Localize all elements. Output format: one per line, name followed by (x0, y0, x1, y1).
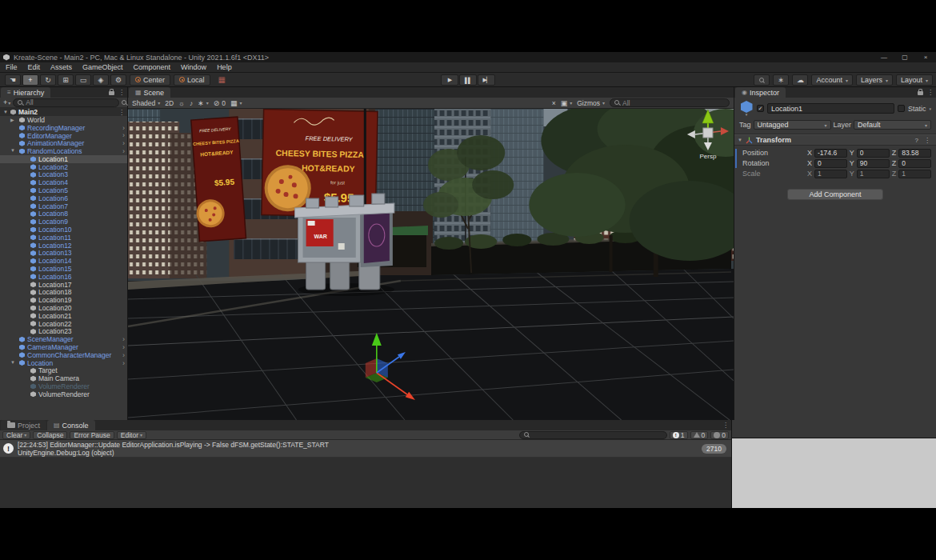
hierarchy-item[interactable]: Location21 (0, 312, 127, 320)
gameobject-name-field[interactable] (767, 103, 894, 114)
warning-filter-button[interactable]: 0 (690, 431, 709, 439)
shading-mode-dropdown[interactable]: Shaded ▾ (132, 99, 160, 107)
position-y-field[interactable] (857, 149, 890, 158)
hierarchy-search-input[interactable] (26, 98, 114, 106)
hierarchy-item[interactable]: Location11 (0, 234, 127, 242)
grid-snap-icon[interactable]: ▦ (218, 75, 226, 84)
rotate-tool-button[interactable]: ↻ (40, 74, 56, 86)
search-filter-icon[interactable] (122, 100, 127, 106)
clear-button[interactable]: Clear ▾ (2, 431, 30, 439)
expand-arrow[interactable]: ▶ (10, 117, 14, 122)
rect-tool-button[interactable]: ▭ (75, 74, 91, 86)
tab-inspector[interactable]: ◉ Inspector (735, 87, 786, 98)
pivot-toggle-button[interactable]: Center (130, 74, 170, 86)
collab-button[interactable]: ∗ (773, 74, 789, 86)
scale-tool-button[interactable]: ⊞ (58, 74, 74, 86)
hierarchy-item[interactable]: CameraManager › (0, 343, 127, 351)
error-pause-button[interactable]: Error Pause (70, 431, 114, 439)
scene-search-input[interactable] (622, 99, 725, 107)
lock-icon[interactable] (918, 91, 923, 95)
hierarchy-item[interactable]: VolumeRenderer (0, 382, 127, 390)
perspective-label[interactable]: Persp (699, 153, 716, 160)
menu-edit[interactable]: Edit (28, 63, 41, 71)
static-checkbox[interactable] (898, 105, 905, 112)
gizmos-dropdown[interactable]: Gizmos ▾ (577, 99, 605, 107)
tag-dropdown[interactable]: Untagged ▾ (754, 120, 831, 130)
minimize-button[interactable]: — (874, 52, 894, 62)
hierarchy-item[interactable]: Location17 (0, 281, 127, 289)
2d-toggle[interactable]: 2D (165, 99, 174, 107)
console-search[interactable] (519, 431, 667, 439)
hierarchy-item[interactable]: ▼ RandomLocations › (0, 147, 127, 155)
scale-z-field[interactable] (898, 170, 931, 178)
tab-project[interactable]: Project (1, 420, 46, 430)
hierarchy-item[interactable]: RecordingManager › (0, 124, 127, 132)
rotation-x-field[interactable] (814, 159, 847, 168)
hierarchy-item[interactable]: AnimationManager › (0, 139, 127, 147)
orientation-toggle-button[interactable]: Local (174, 74, 210, 86)
add-component-button[interactable]: Add Component (787, 189, 883, 200)
kebab-menu-icon[interactable]: ⋮ (118, 89, 125, 96)
camera-settings-dropdown[interactable]: ▣ ▾ (561, 99, 573, 107)
prefab-chevron-icon[interactable]: › (122, 125, 125, 131)
hierarchy-item[interactable]: SceneManager › (0, 335, 127, 343)
kebab-menu-icon[interactable]: ⋮ (924, 137, 930, 144)
transform-component-header[interactable]: ▼ Transform ? ⋮ (734, 134, 936, 146)
console-search-input[interactable] (532, 431, 662, 439)
hierarchy-item[interactable]: Location15 (0, 265, 127, 273)
console-log-entry[interactable]: ! [22:24:53] EditorManager::Update Edito… (0, 440, 731, 458)
hierarchy-item[interactable]: Location1 (0, 155, 127, 163)
hierarchy-item[interactable]: Location4 (0, 178, 127, 186)
kebab-menu-icon[interactable]: ⋮ (927, 89, 934, 96)
hierarchy-item[interactable]: ▶ World (0, 116, 127, 124)
rotation-y-field[interactable] (857, 159, 890, 168)
tab-scene[interactable]: ▦ Scene (129, 87, 170, 98)
layer-dropdown[interactable]: Default ▾ (854, 120, 931, 130)
layout-dropdown[interactable]: Layout ▾ (896, 74, 933, 86)
expand-arrow[interactable]: ▼ (738, 138, 742, 142)
menu-window[interactable]: Window (181, 63, 206, 71)
hierarchy-item[interactable]: CommonCharacterManager › (0, 351, 127, 359)
scene-3d-render[interactable]: FREE DELIVERY CHEESY BITES PIZZA HOT&REA… (128, 109, 734, 420)
editor-dropdown[interactable]: Editor ▾ (117, 431, 146, 439)
rotation-z-field[interactable] (898, 159, 931, 168)
hierarchy-item[interactable]: Location23 (0, 328, 127, 336)
hierarchy-search[interactable] (13, 98, 119, 107)
help-icon[interactable]: ? (915, 137, 918, 144)
gizmo-center-cube[interactable] (703, 128, 713, 138)
news-kiosk[interactable]: WAR (295, 194, 394, 296)
position-x-field[interactable] (814, 149, 847, 158)
hierarchy-item[interactable]: Location13 (0, 250, 127, 258)
close-button[interactable]: × (915, 52, 936, 62)
prefab-chevron-icon[interactable]: › (122, 140, 125, 146)
play-button[interactable]: ▶ (441, 74, 458, 86)
hierarchy-item[interactable]: Location10 (0, 226, 127, 234)
expand-arrow[interactable]: ▼ (10, 360, 15, 365)
hierarchy-item[interactable]: Location5 (0, 186, 127, 194)
scene-header-row[interactable]: ▼ Main2 ⋮ (0, 108, 127, 116)
kebab-menu-icon[interactable]: ⋮ (722, 422, 729, 429)
custom-tool-button[interactable]: ⚙ (110, 74, 126, 86)
scene-search[interactable] (610, 98, 730, 107)
tab-console[interactable]: ▤ Console (47, 420, 95, 430)
info-filter-button[interactable]: ! 1 (670, 431, 688, 439)
hierarchy-item[interactable]: VolumeRenderer (0, 390, 127, 398)
pause-button[interactable]: ▌▌ (459, 74, 477, 86)
menu-help[interactable]: Help (217, 63, 232, 71)
prefab-chevron-icon[interactable]: › (122, 360, 125, 366)
scale-y-field[interactable] (857, 170, 890, 178)
menu-component[interactable]: Component (134, 63, 171, 71)
billboard-small[interactable]: FREE DELIVERY CHEESY BITES PIZZA HOT&REA… (191, 117, 246, 242)
move-tool-button[interactable]: + (22, 74, 38, 86)
maximize-button[interactable]: ▢ (894, 52, 915, 62)
hierarchy-item[interactable]: Location20 (0, 304, 127, 312)
scene-viewport[interactable]: FREE DELIVERY CHEESY BITES PIZZA HOT&REA… (128, 109, 734, 420)
create-object-button[interactable]: + ▾ (3, 98, 10, 106)
prefab-chevron-icon[interactable]: › (122, 132, 125, 138)
hierarchy-item[interactable]: Location6 (0, 194, 127, 202)
menu-assets[interactable]: Assets (50, 63, 72, 71)
hierarchy-item[interactable]: Main Camera (0, 374, 127, 382)
scene-visibility-toggle[interactable]: ⊘ 0 (214, 99, 226, 107)
prefab-chevron-icon[interactable]: › (122, 148, 125, 154)
position-z-field[interactable] (898, 149, 931, 158)
